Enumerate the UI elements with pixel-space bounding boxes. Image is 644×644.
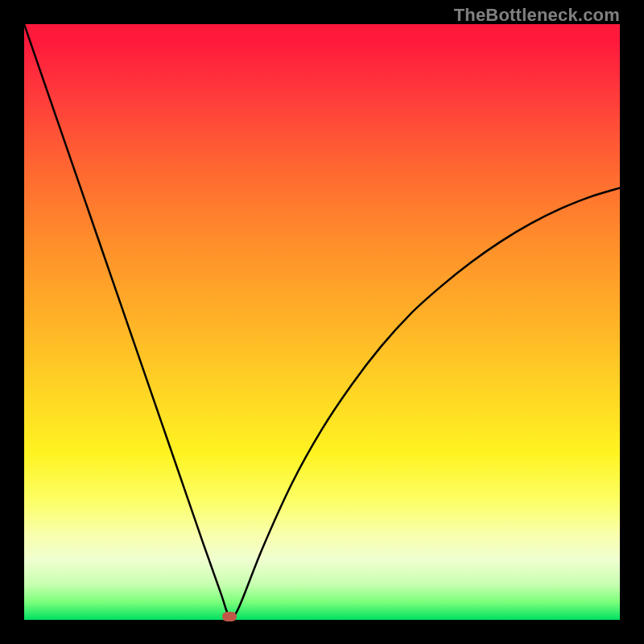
chart-frame: TheBottleneck.com — [0, 0, 644, 644]
optimal-point-marker — [222, 612, 237, 621]
watermark-text: TheBottleneck.com — [454, 5, 620, 26]
bottleneck-curve — [24, 24, 620, 620]
